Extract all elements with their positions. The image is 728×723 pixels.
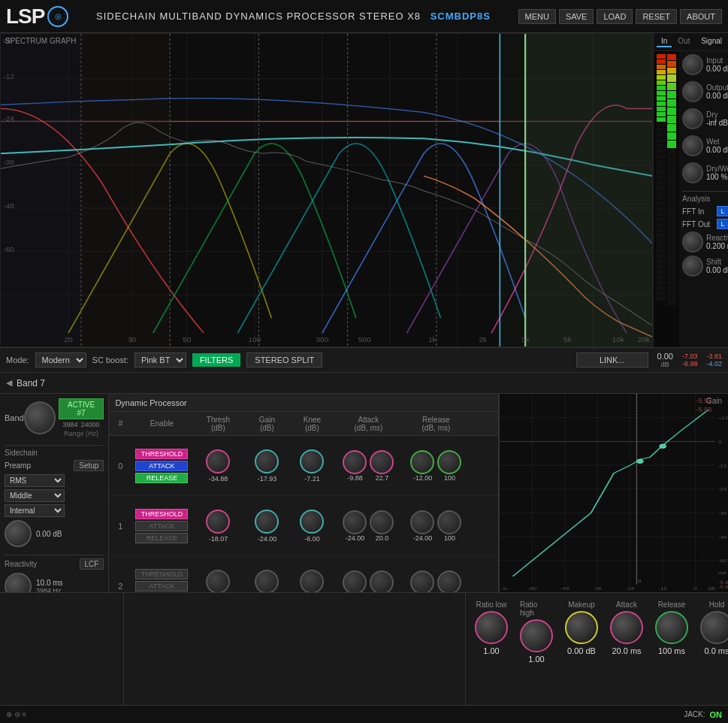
ratio-low-knob[interactable]: [475, 611, 508, 644]
input-label: Input: [706, 56, 728, 65]
scboost-select[interactable]: Pink BT: [134, 352, 186, 368]
fft-out-l-btn[interactable]: L: [717, 219, 728, 229]
svg-rect-26: [525, 34, 652, 346]
mode-select[interactable]: Modern: [35, 352, 86, 368]
thresh-val-0: -34.88: [209, 475, 228, 483]
gain-knob-0[interactable]: [255, 449, 279, 473]
release-knob1-1[interactable]: [410, 510, 434, 534]
shift-label: Shift: [706, 258, 728, 266]
drywet-knob[interactable]: [682, 162, 703, 183]
gain-knob-2[interactable]: [255, 570, 279, 593]
svg-text:50: 50: [183, 336, 191, 343]
rms-select[interactable]: RMS: [5, 474, 65, 487]
svg-text:-36: -36: [594, 587, 603, 591]
lcf-button[interactable]: LCF: [80, 558, 104, 570]
band-arrow-left[interactable]: ◀: [6, 378, 12, 388]
svg-text:-24: -24: [718, 488, 727, 492]
dry-knob[interactable]: [682, 108, 703, 129]
threshold-btn-1[interactable]: THRESHOLD: [135, 509, 188, 519]
wet-knob[interactable]: [682, 135, 703, 156]
attack-knob2-0[interactable]: [370, 450, 394, 474]
attack-btn-1[interactable]: ATTACK: [135, 521, 188, 531]
about-button[interactable]: ABOUT: [680, 9, 722, 24]
gain-db-bot: -5.93: [696, 406, 711, 415]
svg-point-63: [636, 459, 643, 463]
release-knob1-2[interactable]: [410, 570, 434, 593]
filters-button[interactable]: FILTERS: [192, 353, 240, 367]
attack-knob[interactable]: [610, 611, 643, 644]
fft-in-l-btn[interactable]: L: [717, 206, 728, 216]
knee-knob-2[interactable]: [300, 570, 324, 593]
mode-bar: Mode: Modern SC boost: Pink BT FILTERS S…: [0, 347, 728, 373]
setup-button[interactable]: Setup: [74, 460, 104, 471]
band-knob[interactable]: [24, 401, 56, 434]
save-button[interactable]: SAVE: [559, 9, 594, 24]
in-tab[interactable]: In: [657, 36, 672, 47]
gain-cell-2: -36.00: [244, 570, 289, 593]
link-button[interactable]: LINK...: [576, 352, 648, 368]
thresh-knob-1[interactable]: [206, 510, 230, 534]
reactivity-knob-lp[interactable]: [5, 573, 32, 592]
svg-text:-12: -12: [718, 464, 727, 467]
attack-knob2-2[interactable]: [370, 570, 394, 593]
release-val1-0: -12.00: [413, 474, 433, 482]
reactivity-knob[interactable]: [682, 231, 703, 253]
release-btn-1[interactable]: RELEASE: [135, 533, 188, 543]
col-num: #: [109, 419, 131, 428]
attack-knob1-0[interactable]: [343, 450, 367, 474]
shift-knob[interactable]: [682, 256, 703, 277]
release-knob[interactable]: [655, 611, 688, 644]
attack-knob2-1[interactable]: [370, 510, 394, 534]
db-right-top: -3.81: [706, 352, 722, 360]
knee-knob-0[interactable]: [300, 449, 324, 473]
threshold-btn-2[interactable]: THRESHOLD: [135, 569, 188, 579]
left-panel: Band ACTIVE #7 3984 24000 Range (Hz) Sid…: [0, 394, 109, 592]
knee-cell-1: -6.00: [289, 510, 334, 543]
sidechain-label: Sidechain: [5, 449, 104, 457]
release-btn-0[interactable]: RELEASE: [135, 473, 188, 483]
attack-knob1-2[interactable]: [343, 570, 367, 593]
svg-text:-60: -60: [528, 587, 537, 591]
table-row: 2 THRESHOLD ATTACK RELEASE -36.00 -36.00…: [109, 556, 498, 592]
svg-text:2k: 2k: [479, 336, 487, 343]
svg-rect-47: [500, 394, 728, 592]
output-knob[interactable]: [682, 81, 703, 102]
hold-knob[interactable]: [700, 611, 728, 644]
attack-knob1-1[interactable]: [343, 510, 367, 534]
meter-right: [667, 54, 676, 344]
thresh-knob-0[interactable]: [206, 449, 230, 473]
release-knob2-0[interactable]: [437, 450, 461, 474]
menu-button[interactable]: MENU: [518, 9, 556, 24]
active-button[interactable]: ACTIVE #7: [59, 398, 104, 419]
load-button[interactable]: LOAD: [597, 9, 633, 24]
spectrum-graph[interactable]: SPECTRUM GRAPH 🔍 0 -12 -24 -36 -48 -60: [0, 33, 653, 347]
band-label: Band: [5, 413, 24, 422]
logo-text: LSP: [6, 5, 44, 29]
release-cell-0: -12.00 100: [402, 450, 470, 482]
gain-knob-1[interactable]: [255, 510, 279, 534]
out-tab[interactable]: Out: [673, 36, 694, 47]
right-panel: In Out Signal: [653, 33, 728, 347]
release-knob2-1[interactable]: [437, 510, 461, 534]
range-unit: Range (Hz): [64, 430, 98, 437]
thresh-knob-2[interactable]: [206, 570, 230, 593]
preamp-knob[interactable]: [5, 520, 32, 547]
stereo-split-button[interactable]: STEREO SPLIT: [246, 352, 322, 368]
knee-val-1: -6.00: [304, 535, 320, 543]
input-knob[interactable]: [682, 54, 703, 75]
middle-select[interactable]: Middle: [5, 489, 65, 502]
release-knob1-0[interactable]: [410, 450, 434, 474]
reset-button[interactable]: RESET: [636, 9, 677, 24]
svg-text:-12: -12: [658, 587, 667, 591]
svg-text:-24: -24: [3, 115, 14, 123]
attack-btn-0[interactable]: ATTACK: [135, 461, 188, 471]
threshold-btn-0[interactable]: THRESHOLD: [135, 449, 188, 459]
db-main-val: 0.00: [657, 352, 673, 361]
ratio-high-knob[interactable]: [520, 619, 553, 652]
attack-btn-2[interactable]: ATTACK: [135, 581, 188, 591]
release-knob2-2[interactable]: [437, 570, 461, 593]
knee-knob-1[interactable]: [300, 510, 324, 534]
makeup-knob[interactable]: [565, 611, 598, 644]
header: LSP ◎ SIDECHAIN MULTIBAND DYNAMICS PROCE…: [0, 0, 728, 33]
internal-select[interactable]: Internal: [5, 504, 65, 517]
